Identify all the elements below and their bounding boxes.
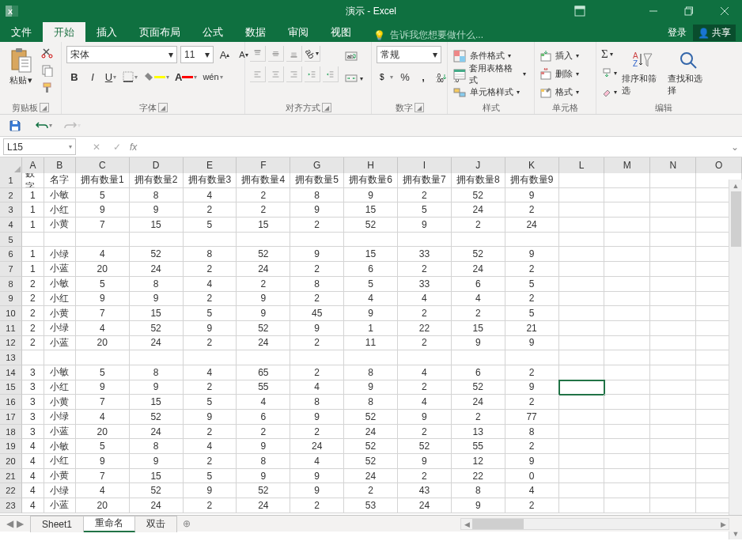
grid-cell[interactable]: 24: [398, 498, 452, 513]
grid-cell[interactable]: 5: [76, 277, 130, 292]
grid-cell[interactable]: [604, 321, 650, 336]
grid-cell[interactable]: 小红: [44, 202, 76, 218]
grid-cell[interactable]: [398, 233, 452, 248]
horizontal-scrollbar[interactable]: ◀ ▶: [460, 518, 729, 530]
grid-cell[interactable]: 9: [505, 336, 559, 351]
grid-cell[interactable]: 小蓝: [44, 262, 76, 277]
grid-cell[interactable]: 2: [290, 498, 344, 513]
grid-cell[interactable]: 2: [22, 306, 44, 321]
grid-cell[interactable]: 2: [398, 425, 452, 440]
grid-cell[interactable]: [344, 233, 398, 248]
accounting-format-button[interactable]: $▾: [377, 68, 395, 85]
grid-cell[interactable]: 0: [505, 469, 559, 484]
grid-cell[interactable]: 8: [130, 439, 184, 454]
grid-cell[interactable]: 2: [22, 321, 44, 336]
grid-cell[interactable]: 24: [237, 498, 290, 513]
row-header[interactable]: 9: [0, 292, 22, 307]
grid-cell[interactable]: 15: [344, 247, 398, 262]
format-painter-button[interactable]: [40, 81, 55, 95]
grid-cell[interactable]: 小黄: [44, 469, 76, 484]
grid-cell[interactable]: 5: [76, 188, 130, 203]
grid-cell[interactable]: [559, 498, 605, 513]
grid-cell[interactable]: [604, 365, 650, 380]
grid-cell[interactable]: [604, 350, 650, 365]
grid-cell[interactable]: 2: [290, 336, 344, 351]
grid-cell[interactable]: 5: [344, 277, 398, 292]
grid-cell[interactable]: [559, 277, 605, 292]
grid-cell[interactable]: 15: [344, 202, 398, 218]
grid-cell[interactable]: 52: [344, 454, 398, 469]
grid-cell[interactable]: 9: [130, 380, 184, 395]
sheet-nav-next[interactable]: ▶: [17, 518, 24, 529]
grid-cell[interactable]: 1: [344, 321, 398, 336]
horizontal-scroll-thumb[interactable]: [472, 519, 524, 529]
grid-cell[interactable]: 45: [290, 306, 344, 321]
grid-cell[interactable]: [559, 306, 605, 321]
grid-cell[interactable]: 21: [505, 321, 559, 336]
grid-cell[interactable]: 2: [237, 188, 290, 203]
tab-insert[interactable]: 插入: [85, 22, 128, 42]
wrap-text-button[interactable]: ab: [342, 47, 366, 65]
align-left-button[interactable]: [250, 66, 266, 82]
grid-cell[interactable]: 24: [237, 336, 290, 351]
grid-cell[interactable]: 4: [344, 292, 398, 307]
grid-cell[interactable]: 3: [22, 380, 44, 395]
grid-cell[interactable]: [604, 469, 650, 484]
clear-button[interactable]: ▾: [601, 84, 617, 100]
grid-cell[interactable]: 2: [344, 483, 398, 498]
grid-cell[interactable]: 24: [130, 336, 184, 351]
grid-cell[interactable]: 2: [184, 454, 237, 469]
row-header[interactable]: 13: [0, 350, 22, 365]
fill-color-button[interactable]: ▾: [142, 68, 171, 85]
grid-cell[interactable]: 小绿: [44, 483, 76, 498]
grid-cell[interactable]: 4: [452, 292, 505, 307]
grid-cell[interactable]: [559, 188, 605, 203]
grid-cell[interactable]: 2: [398, 336, 452, 351]
grid-cell[interactable]: [559, 350, 605, 365]
cut-button[interactable]: [40, 46, 55, 60]
grid-cell[interactable]: 5: [505, 277, 559, 292]
grid-cell[interactable]: [650, 380, 696, 395]
grid-cell[interactable]: 2: [290, 262, 344, 277]
column-header[interactable]: D: [130, 157, 184, 173]
number-format-combo[interactable]: 常规▾: [377, 46, 441, 63]
grid-cell[interactable]: 2: [290, 292, 344, 307]
grid-cell[interactable]: 52: [344, 439, 398, 454]
grid-cell[interactable]: 2: [22, 277, 44, 292]
grid-cell[interactable]: 5: [505, 306, 559, 321]
grid-cell[interactable]: [559, 365, 605, 380]
grid-cell[interactable]: 5: [184, 395, 237, 410]
sheet-tab[interactable]: 双击: [135, 516, 177, 532]
grid-cell[interactable]: 52: [237, 321, 290, 336]
orientation-button[interactable]: ab▾: [305, 46, 320, 62]
tab-home[interactable]: 开始: [43, 22, 85, 42]
increase-indent-button[interactable]: [323, 66, 339, 82]
grid-cell[interactable]: 8: [344, 395, 398, 410]
copy-button[interactable]: [40, 63, 55, 78]
grid-cell[interactable]: 5: [76, 365, 130, 380]
undo-button[interactable]: ▾: [35, 117, 52, 134]
grid-cell[interactable]: 52: [237, 483, 290, 498]
grid-cell[interactable]: 9: [398, 410, 452, 425]
row-header[interactable]: 6: [0, 247, 22, 262]
scroll-thumb[interactable]: [731, 191, 741, 247]
grid-cell[interactable]: [237, 350, 290, 365]
grid-cell[interactable]: 22: [398, 321, 452, 336]
grid-cell[interactable]: 2: [398, 306, 452, 321]
vertical-scrollbar[interactable]: ▲ ▼: [729, 180, 742, 539]
grid-cell[interactable]: [559, 218, 605, 233]
grid-cell[interactable]: 9: [184, 410, 237, 425]
grid-cell[interactable]: 20: [76, 262, 130, 277]
grid-cell[interactable]: [604, 410, 650, 425]
grid-cell[interactable]: 9: [237, 469, 290, 484]
row-header[interactable]: 12: [0, 336, 22, 351]
grid-cell[interactable]: 4: [76, 483, 130, 498]
grid-cell[interactable]: [44, 350, 76, 365]
grid-cell[interactable]: 15: [130, 306, 184, 321]
row-header[interactable]: 23: [0, 498, 22, 513]
column-header[interactable]: L: [559, 157, 605, 173]
grid-cell[interactable]: 9: [505, 454, 559, 469]
grid-cell[interactable]: 43: [398, 483, 452, 498]
grid-cell[interactable]: 4: [184, 188, 237, 203]
grid-cell[interactable]: 24: [344, 425, 398, 440]
